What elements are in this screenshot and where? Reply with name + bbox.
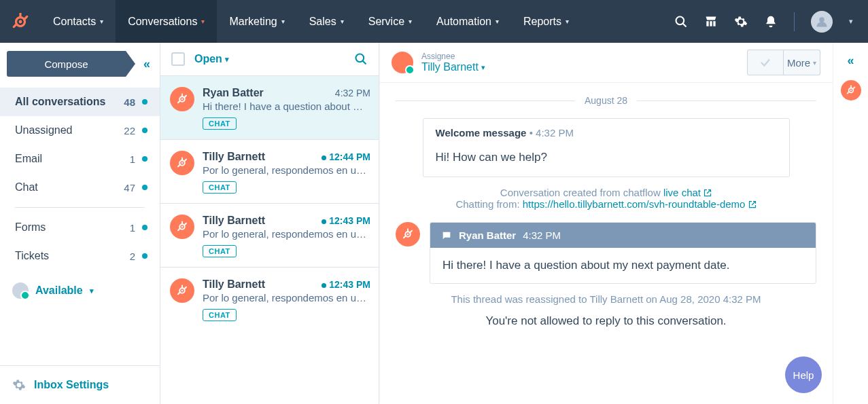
- date-separator: August 28: [396, 95, 816, 106]
- assignee-picker[interactable]: Tilly Barnett▾: [421, 61, 485, 73]
- message-sender: Ryan Batter: [459, 229, 516, 241]
- welcome-label: Welcome message: [436, 127, 527, 139]
- svg-line-6: [683, 23, 687, 26]
- welcome-body: Hi! How can we help?: [423, 147, 789, 177]
- unread-dot-icon: [142, 185, 147, 190]
- contact-avatar-icon: [170, 215, 194, 239]
- more-actions-button[interactable]: More▾: [784, 50, 820, 75]
- thread-item[interactable]: Ryan Batter4:32 PM Hi there! I have a qu…: [160, 75, 379, 139]
- sidebar-item-label: Email: [15, 153, 130, 165]
- thread-name: Tilly Barnett: [203, 215, 265, 227]
- inbox-settings-link[interactable]: Inbox Settings: [0, 365, 160, 404]
- contact-avatar-icon: [170, 87, 194, 111]
- unread-dot-icon: [142, 128, 147, 133]
- status-filter-label: Open: [194, 53, 222, 65]
- thread-item[interactable]: Tilly Barnett12:44 PM Por lo general, re…: [160, 139, 379, 203]
- svg-line-32: [178, 292, 180, 294]
- thread-time: 4:32 PM: [335, 88, 370, 98]
- contact-avatar-icon: [170, 278, 194, 303]
- chevron-down-icon: ▾: [90, 287, 94, 295]
- collapse-sidebar-icon[interactable]: «: [141, 57, 153, 71]
- nav-items: Contacts▾ Conversations▾ Marketing▾ Sale…: [41, 0, 581, 43]
- sidebar-item-chat[interactable]: Chat47: [0, 173, 160, 202]
- sidebar-item-tickets[interactable]: Tickets2: [0, 242, 160, 270]
- sidebar-item-email[interactable]: Email1: [0, 145, 160, 173]
- thread-time: 12:44 PM: [322, 151, 370, 162]
- thread-preview: Por lo general, respondemos en u…: [203, 228, 370, 240]
- hubspot-logo-icon: [12, 13, 29, 31]
- sender-avatar-icon: [396, 222, 420, 246]
- chevron-down-icon: ▾: [341, 18, 344, 25]
- svg-point-24: [181, 226, 184, 228]
- svg-rect-8: [710, 21, 712, 26]
- marketplace-icon[interactable]: [704, 15, 718, 29]
- svg-line-16: [184, 96, 186, 98]
- nav-automation[interactable]: Automation▾: [424, 0, 511, 43]
- nav-reports[interactable]: Reports▾: [511, 0, 581, 43]
- svg-line-26: [184, 223, 186, 225]
- sidebar-item-count: 47: [124, 182, 135, 194]
- external-link-icon: [748, 200, 757, 208]
- reply-disabled-note: You're not allowed to reply to this conv…: [396, 314, 816, 328]
- thread-preview: Por lo general, respondemos en u…: [203, 164, 370, 176]
- sidebar-item-all-conversations[interactable]: All conversations48: [0, 88, 160, 116]
- svg-point-1: [19, 20, 22, 23]
- nav-contacts[interactable]: Contacts▾: [41, 0, 116, 43]
- svg-line-3: [24, 16, 27, 19]
- account-avatar[interactable]: [811, 11, 833, 33]
- chatflow-link[interactable]: live chat: [663, 187, 712, 198]
- sidebar-item-count: 1: [130, 153, 135, 165]
- unread-dot-icon: [322, 155, 326, 160]
- message-body: Hi there! I have a question about my nex…: [430, 248, 816, 283]
- thread-time: 12:43 PM: [322, 215, 370, 226]
- select-all-checkbox[interactable]: [171, 52, 185, 66]
- unread-dot-icon: [322, 283, 326, 288]
- search-icon[interactable]: [354, 52, 368, 66]
- nav-label: Marketing: [229, 16, 277, 28]
- nav-label: Conversations: [128, 16, 197, 28]
- thread-item[interactable]: Tilly Barnett12:43 PM Por lo general, re…: [160, 267, 379, 331]
- thread-list: Open▾ Ryan Batter4:32 PM Hi there! I hav…: [160, 43, 379, 404]
- settings-icon[interactable]: [734, 15, 748, 29]
- chevron-down-icon: ▾: [481, 63, 485, 72]
- account-menu-caret[interactable]: ▾: [849, 17, 853, 26]
- channel-badge: CHAT: [203, 117, 237, 130]
- availability-toggle[interactable]: Available ▾: [0, 273, 160, 308]
- help-button[interactable]: Help: [785, 356, 822, 393]
- nav-conversations[interactable]: Conversations▾: [116, 0, 217, 43]
- logo[interactable]: [0, 13, 41, 31]
- sidebar-item-label: Tickets: [15, 250, 130, 262]
- nav-label: Sales: [309, 16, 336, 28]
- source-url-link[interactable]: https://hello.tillybarnett.com/svh-round…: [523, 198, 757, 210]
- nav-service[interactable]: Service▾: [356, 0, 424, 43]
- hubspot-sprocket-icon[interactable]: [841, 80, 861, 100]
- status-filter[interactable]: Open▾: [194, 53, 229, 65]
- inbox-settings-label: Inbox Settings: [34, 379, 109, 391]
- svg-point-39: [850, 90, 851, 91]
- nav-marketing[interactable]: Marketing▾: [217, 0, 296, 43]
- message-row: Ryan Batter 4:32 PM Hi there! I have a q…: [396, 222, 816, 284]
- sidebar-item-forms[interactable]: Forms1: [0, 213, 160, 242]
- message-time: 4:32 PM: [523, 229, 561, 241]
- svg-line-37: [404, 236, 406, 238]
- check-icon: [759, 56, 771, 69]
- search-icon[interactable]: [674, 15, 688, 29]
- thread-item[interactable]: Tilly Barnett12:43 PM Por lo general, re…: [160, 203, 379, 267]
- assignee-name: Tilly Barnett: [421, 61, 479, 73]
- nav-sales[interactable]: Sales▾: [297, 0, 356, 43]
- compose-button[interactable]: Compose: [7, 51, 126, 77]
- nav-label: Service: [368, 16, 404, 28]
- unread-dot-icon: [322, 219, 326, 224]
- collapse-right-rail-icon[interactable]: «: [847, 54, 854, 68]
- sidebar-item-unassigned[interactable]: Unassigned22: [0, 116, 160, 145]
- user-avatar-icon: [12, 282, 29, 299]
- notifications-icon[interactable]: [764, 15, 778, 29]
- svg-line-17: [178, 100, 180, 103]
- svg-point-19: [181, 162, 184, 164]
- thread-name: Ryan Batter: [203, 87, 264, 99]
- chevron-down-icon: ▾: [566, 18, 569, 25]
- nav-label: Contacts: [53, 16, 96, 28]
- unread-dot-icon: [142, 156, 147, 162]
- sidebar-item-count: 48: [124, 96, 135, 108]
- mark-complete-button[interactable]: [747, 50, 784, 75]
